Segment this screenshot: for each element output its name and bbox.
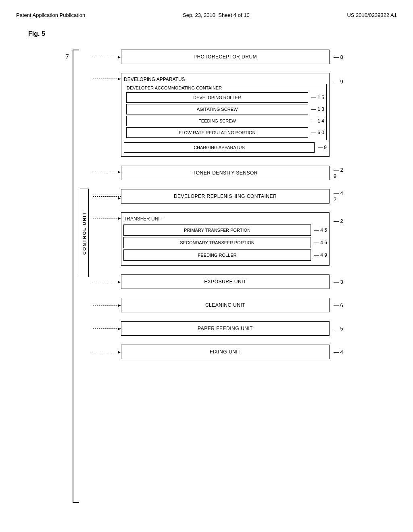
arrow-developing: ► [93,79,121,79]
photoreceptor-box: PHOTORECEPTOR DRUM [121,50,330,64]
agitating-box: AGITATING SCREW [126,104,308,114]
exposure-row: ► EXPOSURE UNIT — 3 [93,274,346,289]
primary-transfer-row: PRIMARY TRANSFER PORTION — 4 5 [123,224,327,236]
ref-3: — 3 [334,279,346,285]
figure-label: Fig. 5 [28,30,397,37]
exposure-box: EXPOSURE UNIT [121,274,330,289]
ref-9-outer: — 9 [334,79,346,85]
transfer-outer-box: TRANSFER UNIT PRIMARY TRANSFER PORTION —… [121,212,330,266]
transfer-row: ► TRANSFER UNIT PRIMARY TRANSFER PORTION… [93,212,346,266]
arrow-fixing: ► [93,352,121,352]
header: Patent Application Publication Sep. 23, … [16,12,397,18]
arrow-transfer: ► [93,218,121,218]
control-unit-box: CONTROL UNIT [80,189,89,277]
diagram-container: 7 CONTROL UNIT ► PHOTORECEPTOR DRUM — 8 [16,50,397,368]
blocks-area: ► PHOTORECEPTOR DRUM — 8 ► DEVELOPING AP… [93,50,346,359]
feeding-screw-box: FEEDING SCREW [126,116,308,126]
fixing-row: ► FIXING UNIT — 4 [93,345,346,359]
page: Patent Application Publication Sep. 23, … [0,0,413,532]
agitating-row: AGITATING SCREW — 1 3 [126,104,324,114]
ref-13: — 1 3 [311,106,324,112]
charging-row: CHARGING APPARATUS — 9 [124,142,327,153]
developing-outer-box: DEVELOPING APPARATUS DEVELOPER ACCOMMODA… [121,73,330,157]
ref-5: — 5 [334,326,346,332]
cleaning-box: CLEANING UNIT [121,298,330,312]
header-left: Patent Application Publication [16,12,85,18]
ref-46: — 4 6 [314,240,327,245]
ref-15: — 1 5 [311,95,324,100]
flow-rate-row: FLOW RATE REGULATING PORTION — 6 0 [126,127,324,138]
developing-row: ► DEVELOPING APPARATUS DEVELOPER ACCOMMO… [93,73,346,157]
ref-6: — 6 [334,302,346,308]
toner-density-box: TONER DENSITY SENSOR [121,166,330,180]
feeding-roller-row: FEEDING ROLLER — 4 9 [123,249,327,261]
control-unit-label: CONTROL UNIT [82,212,87,255]
photoreceptor-row: ► PHOTORECEPTOR DRUM — 8 [93,50,346,64]
primary-transfer-box: PRIMARY TRANSFER PORTION [123,224,311,236]
ref-7: 7 [65,54,69,61]
dev-replenish-row: ► DEVELOPER REPLENISHING CONTAINER — 4 2 [93,189,346,204]
arrow-paper-feeding: ► [93,328,121,329]
ref-45: — 4 5 [314,227,327,233]
charging-box: CHARGING APPARATUS [124,142,315,153]
fixing-box: FIXING UNIT [121,345,330,359]
feeding-screw-row: FEEDING SCREW — 1 4 [126,116,324,126]
dev-container-box: DEVELOPER ACCOMMODATING CONTAINER DEVELO… [124,84,327,140]
ref-9: — 9 [318,145,327,150]
ref-49: — 4 9 [314,252,327,258]
developing-title: DEVELOPING APPARATUS [121,76,329,84]
arrow-exposure: ► [93,282,121,282]
secondary-transfer-box: SECONDARY TRANSFER PORTION [123,237,311,248]
feeding-roller-box: FEEDING ROLLER [123,249,311,261]
dev-container-label: DEVELOPER ACCOMMODATING CONTAINER [124,84,326,91]
ref-8: — 8 [334,54,346,60]
ref-14: — 1 4 [311,118,324,124]
arrow-cleaning: ► [93,305,121,305]
flow-rate-box: FLOW RATE REGULATING PORTION [126,127,308,138]
ref-29: — 2 9 [334,167,346,179]
paper-feeding-row: ► PAPER FEEDING UNIT — 5 [93,321,346,336]
ref-60: — 6 0 [311,130,324,135]
header-center: Sep. 23, 2010 Sheet 4 of 10 [183,12,250,18]
cleaning-row: ► CLEANING UNIT — 6 [93,298,346,312]
ref-42: — 4 2 [334,190,346,202]
dev-roller-box: DEVELOPING ROLLER [126,92,308,103]
arrow-photoreceptor: ► [93,57,121,57]
secondary-transfer-row: SECONDARY TRANSFER PORTION — 4 6 [123,237,327,248]
ref-4: — 4 [334,349,346,355]
arrow-toner: ► [93,172,121,174]
dev-roller-row: DEVELOPING ROLLER — 1 5 [126,92,324,103]
toner-density-row: ► TONER DENSITY SENSOR — 2 9 [93,166,346,180]
arrow-replenish: ► [93,195,121,198]
main-bracket [73,50,79,503]
dev-replenish-box: DEVELOPER REPLENISHING CONTAINER [121,189,330,204]
transfer-title: TRANSFER UNIT [121,215,329,223]
photoreceptor-label: PHOTORECEPTOR DRUM [194,54,257,60]
header-right: US 2010/0239322 A1 [347,12,397,18]
ref-2: — 2 [334,218,346,224]
paper-feeding-box: PAPER FEEDING UNIT [121,321,330,336]
